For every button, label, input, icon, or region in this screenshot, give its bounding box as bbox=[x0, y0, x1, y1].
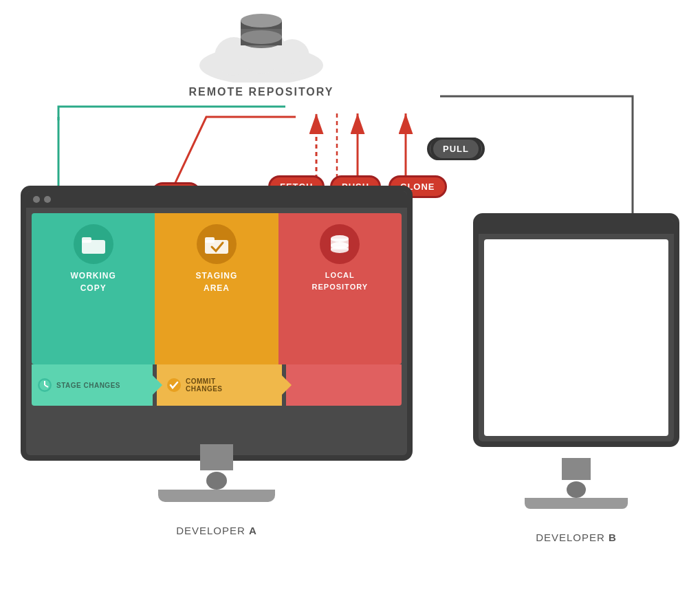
developer-a-label: DEVELOPER A bbox=[21, 525, 413, 536]
commit-changes-label: COMMIT CHANGES bbox=[186, 378, 223, 393]
monitor-b: DEVELOPER B bbox=[473, 213, 679, 509]
monitor-a: WORKING COPY STAGING AREA bbox=[21, 186, 413, 502]
stage-changes-label: STAGE CHANGES bbox=[56, 382, 120, 389]
commit-changes-bar: COMMIT CHANGES bbox=[157, 364, 282, 406]
svg-point-23 bbox=[331, 246, 349, 253]
svg-point-14 bbox=[241, 14, 282, 28]
staging-area-section: STAGING AREA bbox=[155, 213, 278, 364]
remote-repo-label: REMOTE REPOSITORY bbox=[189, 86, 334, 98]
svg-rect-18 bbox=[205, 237, 215, 243]
local-repo-title: LOCAL REPOSITORY bbox=[312, 270, 369, 292]
staging-area-title: STAGING AREA bbox=[196, 270, 238, 294]
pull-b-badge: PULL bbox=[431, 138, 481, 160]
cloud-icon bbox=[193, 14, 330, 83]
working-copy-section: WORKING COPY bbox=[32, 213, 155, 364]
developer-b-label: DEVELOPER B bbox=[473, 532, 679, 543]
local-repo-bottom bbox=[286, 364, 402, 406]
remote-repository-area: REMOTE REPOSITORY bbox=[175, 14, 347, 98]
local-repo-section: LOCAL REPOSITORY bbox=[278, 213, 402, 364]
working-copy-title: WORKING COPY bbox=[71, 270, 116, 294]
stage-changes-bar: STAGE CHANGES bbox=[32, 364, 153, 406]
diagram-container: REMOTE REPOSITORY PULL FETCH PUSH CLONE … bbox=[0, 0, 700, 590]
svg-rect-16 bbox=[82, 237, 91, 243]
svg-point-12 bbox=[241, 30, 282, 44]
